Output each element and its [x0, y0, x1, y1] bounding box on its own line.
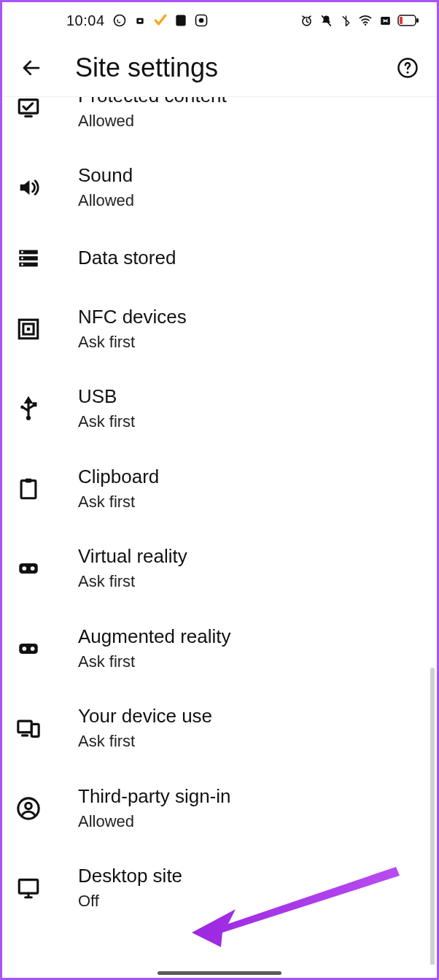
row-subtitle: Ask first — [78, 491, 159, 513]
row-third-party-sign-in[interactable]: Third-party sign-in Allowed — [2, 768, 437, 848]
app-badge-icon — [133, 13, 147, 28]
row-title: Third-party sign-in — [78, 784, 231, 809]
row-subtitle: Ask first — [78, 730, 212, 752]
arrow-left-icon — [20, 57, 42, 79]
sound-icon — [14, 173, 43, 202]
settings-list[interactable]: Protected content Allowed Sound Allowed … — [2, 97, 437, 965]
row-subtitle: Allowed — [78, 190, 134, 212]
row-nfc-devices[interactable]: NFC devices Ask first — [2, 289, 437, 369]
ar-headset-icon — [14, 634, 43, 663]
battery-low-icon — [397, 13, 419, 28]
row-your-device-use[interactable]: Your device use Ask first — [2, 688, 437, 768]
svg-rect-31 — [19, 644, 38, 654]
row-augmented-reality[interactable]: Augmented reality Ask first — [2, 609, 437, 688]
svg-point-13 — [407, 71, 409, 73]
row-subtitle: Ask first — [78, 651, 231, 673]
clipboard-icon — [14, 474, 43, 503]
row-title: Your device use — [78, 704, 212, 729]
row-subtitle: Allowed — [78, 811, 231, 833]
svg-rect-2 — [139, 20, 141, 22]
no-sim-icon — [378, 13, 392, 28]
row-title: USB — [78, 385, 135, 409]
notes-app-icon — [174, 13, 188, 28]
usb-icon — [14, 394, 43, 423]
svg-point-37 — [26, 803, 32, 809]
wifi-icon — [358, 13, 373, 28]
circle-app-icon — [194, 13, 209, 28]
help-icon — [397, 57, 419, 79]
svg-point-30 — [31, 566, 35, 571]
svg-point-33 — [31, 647, 35, 651]
svg-point-32 — [23, 647, 27, 651]
row-subtitle: Ask first — [78, 331, 187, 353]
row-subtitle: Off — [78, 890, 182, 912]
row-title: Clipboard — [78, 465, 159, 490]
svg-rect-27 — [26, 479, 32, 483]
account-circle-icon — [14, 794, 43, 823]
svg-point-19 — [21, 258, 23, 260]
svg-rect-10 — [400, 17, 403, 24]
svg-rect-34 — [18, 721, 31, 733]
bluetooth-icon — [338, 13, 353, 28]
app-bar: Site settings — [2, 39, 437, 97]
svg-point-0 — [114, 15, 125, 26]
row-clipboard[interactable]: Clipboard Ask first — [2, 449, 437, 528]
row-subtitle: Ask first — [78, 571, 187, 593]
row-sound[interactable]: Sound Allowed — [2, 147, 437, 227]
scrollbar-thumb[interactable] — [430, 668, 435, 965]
svg-point-24 — [26, 416, 31, 420]
svg-rect-11 — [416, 18, 419, 23]
nfc-icon — [14, 315, 43, 344]
svg-rect-28 — [19, 563, 38, 574]
notifications-off-icon — [319, 13, 333, 28]
devices-icon — [14, 714, 43, 743]
row-title: NFC devices — [78, 305, 187, 330]
svg-point-5 — [198, 18, 203, 23]
back-button[interactable] — [15, 52, 47, 84]
whatsapp-icon — [112, 13, 127, 28]
svg-point-20 — [21, 263, 23, 266]
home-indicator[interactable] — [158, 971, 281, 975]
row-subtitle: Ask first — [78, 411, 135, 433]
row-virtual-reality[interactable]: Virtual reality Ask first — [2, 528, 437, 608]
row-title: Augmented reality — [78, 625, 231, 649]
svg-point-7 — [365, 24, 367, 26]
row-usb[interactable]: USB Ask first — [2, 369, 437, 448]
svg-rect-26 — [21, 480, 36, 498]
help-button[interactable] — [392, 52, 424, 84]
row-data-stored[interactable]: Data stored — [2, 228, 437, 289]
vr-headset-icon — [14, 554, 43, 583]
svg-rect-3 — [176, 15, 185, 26]
checkmark-icon — [153, 13, 168, 28]
storage-icon — [14, 244, 43, 273]
desktop-icon — [14, 873, 43, 903]
page-title: Site settings — [47, 53, 392, 83]
protected-content-icon — [14, 97, 43, 123]
alarm-icon — [299, 13, 314, 28]
status-time: 10:04 — [66, 12, 105, 29]
svg-point-25 — [20, 406, 24, 409]
svg-rect-35 — [31, 724, 39, 736]
row-title: Sound — [78, 163, 134, 188]
row-subtitle: Allowed — [78, 110, 227, 132]
status-bar: 10:04 — [2, 2, 437, 39]
row-title: Desktop site — [78, 864, 182, 889]
svg-point-29 — [23, 566, 27, 571]
row-title: Data stored — [78, 246, 176, 271]
row-title: Virtual reality — [78, 544, 187, 569]
svg-point-18 — [21, 251, 23, 253]
svg-rect-23 — [27, 328, 30, 331]
row-desktop-site[interactable]: Desktop site Off — [2, 848, 437, 927]
svg-rect-38 — [19, 880, 38, 893]
row-title: Protected content — [78, 97, 227, 109]
row-protected-content[interactable]: Protected content Allowed — [2, 97, 437, 147]
